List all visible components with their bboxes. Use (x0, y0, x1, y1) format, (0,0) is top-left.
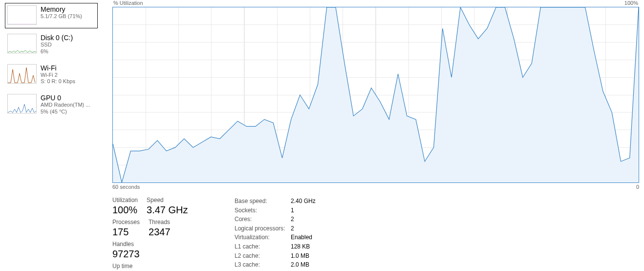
spec-val: 2 (291, 215, 294, 224)
spec-val: Enabled (291, 233, 312, 242)
spec-row: L1 cache: 128 KB (235, 242, 316, 251)
cpu-spec-table: Base speed: 2.40 GHz Sockets: 1 Cores: 2… (235, 197, 316, 271)
spec-val: 2 (291, 224, 294, 233)
sidebar-item-sub2: S: 0 R: 0 Kbps (41, 78, 75, 85)
sidebar-item-disk[interactable]: Disk 0 (C:) SSD 6% (5, 31, 98, 59)
stat-speed: Speed 3.47 GHz (147, 197, 188, 216)
spec-key: L2 cache: (235, 251, 291, 261)
chart-x-right: 0 (636, 184, 639, 190)
spec-key: Cores: (235, 215, 291, 224)
spec-row: L2 cache: 1.0 MB (235, 251, 316, 261)
resource-sidebar: Memory 5.1/7.2 GB (71%) Disk 0 (C:) SSD … (0, 0, 98, 271)
stats-block: Utilization 100% Speed 3.47 GHz Processe… (112, 197, 639, 271)
spec-val: 2.0 MB (291, 260, 309, 270)
main-panel: % Utilization 100% 60 seconds 0 Utilizat… (98, 0, 644, 271)
spec-key: Sockets: (235, 206, 291, 215)
sidebar-item-memory[interactable]: Memory 5.1/7.2 GB (71%) (5, 3, 98, 28)
spec-val: 1 (291, 206, 294, 215)
stat-uptime: Up time 0:00:41:47 (112, 263, 215, 271)
stat-threads: Threads 2347 (149, 219, 171, 238)
sidebar-item-sub: AMD Radeon(TM) ... (41, 102, 90, 109)
sidebar-item-title: Wi-Fi (41, 64, 75, 72)
stat-handles: Handles 97273 (112, 241, 140, 260)
spec-row: Virtualization: Enabled (235, 233, 316, 242)
stat-utilization: Utilization 100% (112, 197, 138, 216)
spec-key: Virtualization: (235, 233, 291, 242)
sidebar-item-sub: Wi-Fi 2 (41, 72, 75, 79)
sidebar-item-title: Disk 0 (C:) (41, 34, 73, 42)
spec-val: 128 KB (291, 242, 310, 251)
sidebar-item-sub2: 6% (41, 48, 73, 55)
spec-val: 1.0 MB (291, 251, 309, 261)
sidebar-item-sub2: 5% (45 °C) (41, 109, 90, 115)
spec-val: 2.40 GHz (291, 197, 316, 206)
spec-key: L1 cache: (235, 242, 291, 251)
spec-key: Base speed: (235, 197, 291, 206)
cpu-utilization-chart[interactable] (112, 7, 639, 183)
spec-key: L3 cache: (235, 260, 291, 270)
spec-row: Logical processors: 2 (235, 224, 316, 233)
stat-processes: Processes 175 (112, 219, 140, 238)
spec-row: Cores: 2 (235, 215, 316, 224)
sidebar-item-wifi[interactable]: Wi-Fi Wi-Fi 2 S: 0 R: 0 Kbps (5, 62, 98, 89)
chart-y-max: 100% (624, 0, 638, 7)
sidebar-item-title: GPU 0 (41, 94, 90, 102)
wifi-thumb (7, 64, 37, 84)
svg-rect-0 (8, 23, 36, 24)
spec-row: Sockets: 1 (235, 206, 316, 215)
sidebar-item-gpu[interactable]: GPU 0 AMD Radeon(TM) ... 5% (45 °C) (5, 91, 98, 119)
gpu-thumb (7, 94, 37, 113)
memory-thumb (7, 5, 37, 25)
disk-thumb (7, 34, 37, 53)
chart-y-label: % Utilization (113, 0, 143, 7)
sidebar-item-sub: 5.1/7.2 GB (71%) (41, 13, 82, 20)
sidebar-item-sub: SSD (41, 42, 73, 48)
spec-row: Base speed: 2.40 GHz (235, 197, 316, 206)
sidebar-item-title: Memory (41, 5, 82, 13)
chart-x-left: 60 seconds (112, 184, 140, 190)
spec-key: Logical processors: (235, 224, 291, 233)
spec-row: L3 cache: 2.0 MB (235, 260, 316, 270)
